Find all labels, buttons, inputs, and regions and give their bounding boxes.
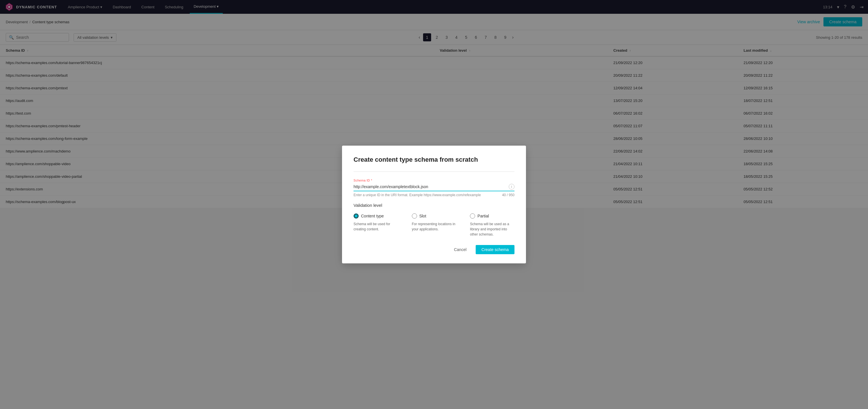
schema-id-input-wrapper: i	[353, 184, 515, 191]
schema-id-hint: Enter a unique ID in the URI format. Exa…	[353, 193, 515, 197]
schema-id-label: Schema ID *	[353, 179, 515, 182]
modal-overlay: Create content type schema from scratch …	[0, 0, 868, 208]
info-icon[interactable]: i	[509, 184, 515, 190]
create-schema-modal: Create content type schema from scratch …	[342, 146, 526, 208]
validation-level-label: Validation level	[353, 203, 515, 208]
modal-title: Create content type schema from scratch	[353, 156, 515, 163]
modal-divider	[353, 171, 515, 172]
schema-id-input[interactable]	[353, 184, 506, 189]
schema-id-hint-text: Enter a unique ID in the URI format. Exa…	[353, 193, 481, 197]
schema-id-field: Schema ID * i Enter a unique ID in the U…	[353, 179, 515, 197]
schema-id-counter: 40 / 950	[502, 193, 515, 197]
